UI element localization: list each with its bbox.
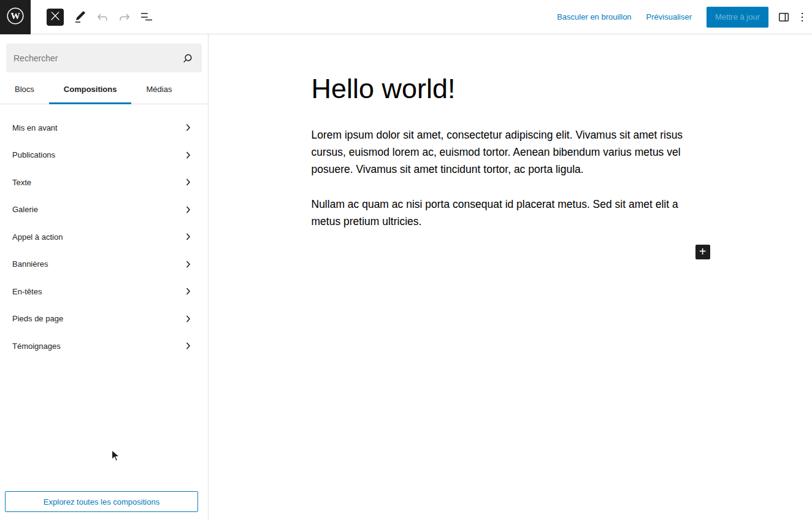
- pattern-category-testimonials[interactable]: Témoignages: [6, 332, 202, 360]
- category-label: Mis en avant: [12, 123, 58, 132]
- pattern-category-banners[interactable]: Bannières: [6, 251, 202, 278]
- category-label: Appel à action: [12, 232, 63, 242]
- plus-icon: +: [699, 245, 707, 258]
- block-inserter-panel: Blocs Compositions Médias Mis en avant P…: [0, 34, 209, 520]
- search-icon: [181, 52, 194, 65]
- redo-button[interactable]: [113, 6, 136, 28]
- post-title[interactable]: Hello world!: [312, 73, 710, 105]
- preview-button[interactable]: Prévisualiser: [646, 12, 692, 21]
- category-label: Témoignages: [12, 342, 61, 351]
- wordpress-logo-button[interactable]: W: [0, 0, 31, 34]
- undo-icon: [95, 10, 110, 25]
- switch-to-draft-button[interactable]: Basculer en brouillon: [557, 12, 631, 21]
- chevron-right-icon: [181, 120, 196, 135]
- pencil-icon: [73, 10, 88, 25]
- pattern-category-gallery[interactable]: Galerie: [6, 196, 202, 224]
- paragraph-block[interactable]: Nullam ac quam ac nisi porta consequat i…: [312, 196, 710, 230]
- pattern-category-featured[interactable]: Mis en avant: [6, 114, 202, 142]
- pattern-search-box: [6, 44, 202, 72]
- inserter-tabs: Blocs Compositions Médias: [0, 75, 208, 104]
- pattern-category-text[interactable]: Texte: [6, 169, 202, 196]
- list-view-button[interactable]: [136, 6, 158, 28]
- tab-patterns[interactable]: Compositions: [49, 75, 132, 104]
- category-label: Publications: [12, 150, 55, 159]
- chevron-right-icon: [181, 175, 196, 189]
- category-label: Texte: [12, 178, 31, 187]
- chevron-right-icon: [181, 202, 196, 217]
- category-label: Bannières: [12, 259, 48, 269]
- category-label: Pieds de page: [12, 314, 63, 323]
- settings-sidebar-toggle-button[interactable]: [774, 6, 794, 28]
- chevron-right-icon: [181, 229, 196, 244]
- list-view-icon: [139, 10, 154, 25]
- redo-icon: [117, 10, 132, 25]
- search-input[interactable]: [13, 44, 181, 72]
- editor-canvas: Hello world! Lorem ipsum dolor sit amet,…: [209, 34, 812, 520]
- chevron-right-icon: [181, 312, 196, 326]
- tab-blocks[interactable]: Blocs: [0, 75, 49, 104]
- editor-header: W: [0, 0, 812, 34]
- explore-all-patterns-button[interactable]: Explorez toutes les compositions: [5, 491, 198, 512]
- chevron-right-icon: [181, 338, 196, 353]
- category-label: Galerie: [12, 205, 38, 214]
- edit-mode-button[interactable]: [69, 6, 91, 28]
- pattern-category-posts[interactable]: Publications: [6, 142, 202, 169]
- kebab-menu-icon: [795, 10, 810, 25]
- chevron-right-icon: [181, 148, 196, 162]
- tab-media[interactable]: Médias: [131, 75, 186, 104]
- paragraph-block[interactable]: Lorem ipsum dolor sit amet, consectetur …: [312, 126, 710, 178]
- pattern-category-list: Mis en avant Publications Texte Galerie …: [0, 104, 208, 491]
- pattern-category-call-to-action[interactable]: Appel à action: [6, 223, 202, 251]
- block-appender-button[interactable]: +: [695, 245, 710, 259]
- pattern-category-footers[interactable]: Pieds de page: [6, 305, 202, 333]
- pattern-category-headers[interactable]: En-têtes: [6, 278, 202, 305]
- editor-toolbar: [69, 6, 158, 28]
- chevron-right-icon: [181, 257, 196, 272]
- svg-text:W: W: [10, 10, 20, 21]
- options-menu-button[interactable]: [794, 6, 811, 28]
- close-icon: [48, 9, 62, 25]
- drawer-right-icon: [776, 10, 791, 25]
- chevron-right-icon: [181, 284, 196, 299]
- category-label: En-têtes: [12, 287, 42, 296]
- undo-button[interactable]: [91, 6, 113, 28]
- wordpress-logo-icon: W: [6, 7, 25, 28]
- block-inserter-toggle-button[interactable]: [47, 9, 64, 26]
- update-button[interactable]: Mettre à jour: [707, 7, 768, 28]
